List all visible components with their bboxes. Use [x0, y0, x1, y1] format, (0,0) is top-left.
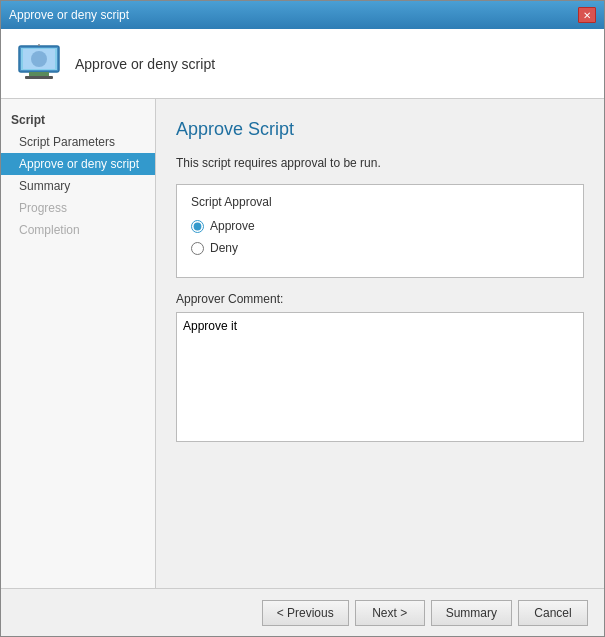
- computer-icon: [15, 40, 63, 88]
- page-title: Approve Script: [176, 119, 584, 140]
- header-text: Approve or deny script: [75, 56, 215, 72]
- svg-point-6: [38, 44, 40, 46]
- sidebar-item-progress: Progress: [1, 197, 155, 219]
- deny-radio-row: Deny: [191, 241, 569, 255]
- content-area: Script Script Parameters Approve or deny…: [1, 99, 604, 588]
- titlebar: Approve or deny script ✕: [1, 1, 604, 29]
- sidebar-item-script-parameters[interactable]: Script Parameters: [1, 131, 155, 153]
- main-window: Approve or deny script ✕ Approve or deny…: [0, 0, 605, 637]
- comment-label: Approver Comment:: [176, 292, 584, 306]
- approve-radio-row: Approve: [191, 219, 569, 233]
- approve-label[interactable]: Approve: [210, 219, 255, 233]
- sidebar-item-summary[interactable]: Summary: [1, 175, 155, 197]
- previous-button[interactable]: < Previous: [262, 600, 349, 626]
- window-title: Approve or deny script: [9, 8, 129, 22]
- sidebar-item-approve-deny[interactable]: Approve or deny script: [1, 153, 155, 175]
- sidebar-section-script: Script: [1, 109, 155, 131]
- script-approval-group: Script Approval Approve Deny: [176, 184, 584, 278]
- description-text: This script requires approval to be run.: [176, 156, 584, 170]
- titlebar-controls: ✕: [578, 7, 596, 23]
- group-box-label: Script Approval: [191, 195, 569, 209]
- deny-label[interactable]: Deny: [210, 241, 238, 255]
- approve-radio[interactable]: [191, 220, 204, 233]
- svg-rect-2: [29, 72, 49, 76]
- next-button[interactable]: Next >: [355, 600, 425, 626]
- svg-rect-3: [25, 76, 53, 79]
- header-area: Approve or deny script: [1, 29, 604, 99]
- sidebar: Script Script Parameters Approve or deny…: [1, 99, 156, 588]
- comment-textarea[interactable]: Approve it: [176, 312, 584, 442]
- summary-button[interactable]: Summary: [431, 600, 512, 626]
- svg-point-5: [31, 51, 47, 67]
- deny-radio[interactable]: [191, 242, 204, 255]
- cancel-button[interactable]: Cancel: [518, 600, 588, 626]
- close-button[interactable]: ✕: [578, 7, 596, 23]
- main-content-area: Approve Script This script requires appr…: [156, 99, 604, 588]
- sidebar-item-completion: Completion: [1, 219, 155, 241]
- footer: < Previous Next > Summary Cancel: [1, 588, 604, 636]
